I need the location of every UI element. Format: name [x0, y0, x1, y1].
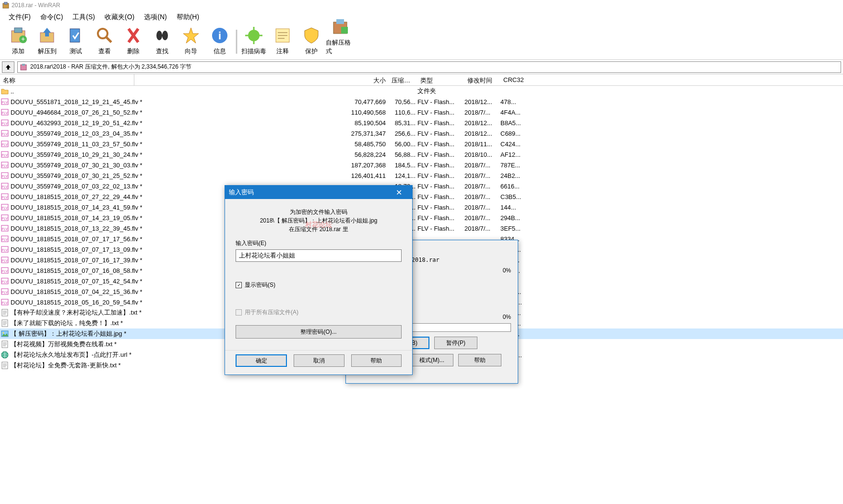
- file-row[interactable]: FLVDOUYU_1818515_2018_07_14_23_41_59.flv…: [0, 202, 843, 212]
- column-resize-handle[interactable]: [131, 74, 134, 85]
- help-button[interactable]: 帮助: [351, 354, 402, 367]
- svg-rect-7: [70, 29, 80, 42]
- view-icon: [95, 26, 114, 45]
- tool-label: 信息: [214, 47, 226, 56]
- tool-virus-button[interactable]: 扫描病毒: [239, 25, 268, 59]
- show-password-checkbox[interactable]: [236, 282, 242, 288]
- parent-folder-row[interactable]: ..文件夹: [0, 86, 843, 96]
- file-name: DOUYU_1818515_2018_07_07_16_08_58.flv *: [11, 267, 142, 274]
- file-crc: C689...: [500, 130, 539, 137]
- file-name: DOUYU_4946684_2018_07_26_21_50_52.flv *: [11, 109, 142, 116]
- file-name: DOUYU_1818515_2018_05_16_20_59_54.flv *: [11, 299, 142, 306]
- col-size[interactable]: 大小: [264, 74, 389, 85]
- file-name: DOUYU_1818515_2018_07_13_22_39_45.flv *: [11, 225, 142, 232]
- window-title-bar: 2018.rar - WinRAR: [0, 0, 843, 11]
- archive-add-icon: +: [9, 26, 28, 45]
- file-row[interactable]: FLVDOUYU_5551871_2018_12_19_21_45_45.flv…: [0, 96, 843, 107]
- menu-item[interactable]: 帮助(H): [172, 11, 204, 23]
- col-packed[interactable]: 压缩后...: [389, 74, 417, 85]
- file-packed: 85,31...: [389, 119, 417, 127]
- url-icon: [1, 351, 9, 359]
- file-row[interactable]: FLVDOUYU_4632993_2018_12_19_20_51_42.flv…: [0, 117, 843, 128]
- file-row[interactable]: FLVDOUYU_3559749_2018_11_03_23_57_50.flv…: [0, 139, 843, 149]
- file-row[interactable]: FLVDOUYU_3559749_2018_07_03_22_02_13.flv…: [0, 181, 843, 191]
- menu-item[interactable]: 命令(C): [36, 11, 68, 23]
- svg-text:FLV: FLV: [2, 143, 8, 146]
- tool-view-button[interactable]: 查看: [90, 25, 119, 59]
- tool-archive-add-button[interactable]: +添加: [4, 25, 33, 59]
- up-folder-button[interactable]: [2, 61, 14, 73]
- use-for-all-checkbox: [236, 309, 242, 316]
- svg-text:i: i: [218, 30, 221, 42]
- tool-label: 查找: [156, 47, 168, 56]
- col-name[interactable]: 名称: [0, 74, 264, 85]
- organize-passwords-button[interactable]: 整理密码(O)...: [236, 325, 402, 339]
- ok-button[interactable]: 确定: [236, 354, 287, 367]
- file-row[interactable]: FLVDOUYU_4946684_2018_07_26_21_50_52.flv…: [0, 107, 843, 117]
- menu-item[interactable]: 收藏夹(O): [100, 11, 139, 23]
- extract-total-percent: 0%: [503, 314, 511, 320]
- tool-label: 向导: [185, 47, 197, 56]
- file-name: DOUYU_1818515_2018_07_14_23_41_59.flv *: [11, 204, 142, 211]
- dialog-title-bar[interactable]: 输入密码 ✕: [225, 186, 412, 199]
- tool-extract-button[interactable]: 解压到: [33, 25, 61, 59]
- svg-rect-25: [336, 19, 344, 24]
- cancel-button[interactable]: 取消: [294, 354, 344, 367]
- flv-icon: FLV: [1, 98, 9, 105]
- col-crc[interactable]: CRC32: [500, 74, 539, 85]
- menu-item[interactable]: 选项(N): [139, 11, 171, 23]
- file-size: 275,371,347: [264, 130, 389, 137]
- column-headers: 名称 大小 压缩后... 类型 修改时间 CRC32: [0, 74, 843, 86]
- tool-wizard-button[interactable]: 向导: [177, 25, 205, 59]
- pause-button[interactable]: 暂停(P): [434, 337, 477, 349]
- tool-sfx-button[interactable]: 自解压格式: [326, 25, 355, 59]
- file-type: FLV - Flash...: [417, 225, 464, 232]
- menu-item[interactable]: 文件(F): [4, 11, 36, 23]
- tool-label: 测试: [70, 47, 82, 56]
- file-modified: 2018/7/...: [464, 183, 500, 190]
- txt-icon: [1, 340, 9, 348]
- tool-find-button[interactable]: 查找: [148, 25, 177, 59]
- archive-icon: [20, 63, 27, 71]
- flv-icon: FLV: [1, 298, 9, 306]
- menu-item[interactable]: 工具(S): [68, 11, 100, 23]
- file-crc: C424...: [500, 141, 539, 148]
- flv-icon: FLV: [1, 140, 9, 148]
- svg-line-9: [107, 37, 111, 42]
- tool-delete-button[interactable]: 删除: [119, 25, 148, 59]
- svg-text:FLV: FLV: [2, 196, 8, 199]
- file-row[interactable]: FLVDOUYU_1818515_2018_07_13_22_39_45.flv…: [0, 223, 843, 234]
- file-row[interactable]: FLVDOUYU_1818515_2018_07_27_22_29_44.flv…: [0, 191, 843, 202]
- svg-rect-1: [4, 2, 7, 4]
- col-type[interactable]: 类型: [417, 74, 464, 85]
- file-size: 70,477,669: [264, 98, 389, 105]
- svg-rect-12: [160, 35, 164, 36]
- file-crc: 24B2...: [500, 172, 539, 179]
- file-crc: 787E...: [500, 162, 539, 169]
- file-size: 56,828,224: [264, 151, 389, 158]
- file-type: FLV - Flash...: [417, 98, 464, 105]
- file-row[interactable]: FLVDOUYU_3559749_2018_10_29_21_30_24.flv…: [0, 149, 843, 160]
- file-row[interactable]: FLVDOUYU_3559749_2018_07_30_21_30_03.flv…: [0, 160, 843, 170]
- path-input[interactable]: 2018.rar\2018 - RAR 压缩文件, 解包大小为 2,334,54…: [17, 61, 841, 73]
- file-name: DOUYU_1818515_2018_07_27_22_29_44.flv *: [11, 193, 142, 200]
- file-crc: 4F4A...: [500, 109, 539, 116]
- file-row[interactable]: FLVDOUYU_3559749_2018_12_03_23_04_35.flv…: [0, 128, 843, 139]
- help-button[interactable]: 帮助: [458, 354, 501, 366]
- file-row[interactable]: FLVDOUYU_3559749_2018_07_30_21_25_52.flv…: [0, 170, 843, 181]
- tool-info-button[interactable]: i信息: [205, 25, 234, 59]
- mode-button[interactable]: 模式(M)...: [410, 354, 453, 366]
- tool-protect-button[interactable]: 保护: [297, 25, 326, 59]
- svg-text:FLV: FLV: [2, 185, 8, 188]
- jpg-icon: [1, 330, 9, 338]
- tool-test-button[interactable]: 测试: [61, 25, 90, 59]
- tool-comment-button[interactable]: 注释: [268, 25, 297, 59]
- password-input[interactable]: [236, 249, 402, 262]
- use-for-all-label: 用于所有压缩文件(A): [245, 308, 298, 316]
- col-mod[interactable]: 修改时间: [464, 74, 500, 85]
- file-size: 126,401,411: [264, 172, 389, 179]
- flv-icon: FLV: [1, 256, 9, 264]
- file-row[interactable]: FLVDOUYU_1818515_2018_07_14_23_19_05.flv…: [0, 212, 843, 223]
- flv-icon: FLV: [1, 182, 9, 190]
- close-icon[interactable]: ✕: [389, 188, 408, 197]
